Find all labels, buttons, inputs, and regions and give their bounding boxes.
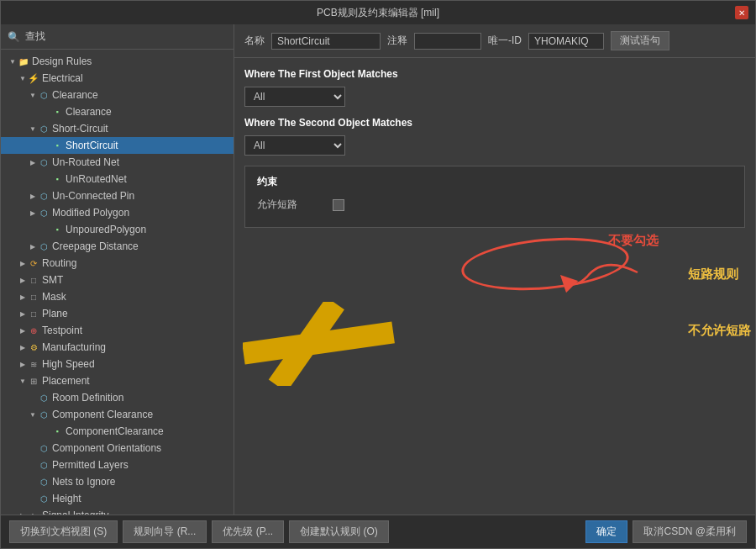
mask-icon: □	[28, 291, 39, 303]
tree-label: UnRoutedNet	[66, 173, 127, 185]
tree-label: Component Clearance	[52, 409, 153, 420]
arrow-icon: ▶	[18, 275, 28, 285]
arrow-icon: ▶	[18, 325, 28, 335]
tree-container: ▼ 📁 Design Rules ▼ ⚡ Electrical ▼ ⬡ Clea…	[1, 50, 234, 515]
rule-icon: ⬡	[38, 207, 50, 219]
tree-item-design-rules[interactable]: ▼ 📁 Design Rules	[1, 53, 234, 70]
tree-item-unrouted[interactable]: ▶ ⬡ Un-Routed Net	[1, 154, 234, 171]
tree-item-component-orientations[interactable]: ▶ ⬡ Component Orientations	[1, 440, 234, 457]
arrow-icon: ▼	[28, 90, 38, 100]
tree-item-componentclearance[interactable]: ▶ ▪ ComponentClearance	[1, 423, 234, 440]
tree-item-routing[interactable]: ▶ ⟳ Routing	[1, 255, 234, 272]
tree-item-unroutednet[interactable]: ▶ ▪ UnRoutedNet	[1, 171, 234, 187]
tree-label: Clearance	[52, 89, 98, 101]
tree-item-nets-to-ignore[interactable]: ▶ ⬡ Nets to Ignore	[1, 473, 234, 490]
annotation-no-check: 不要勾选	[608, 233, 659, 249]
tree-item-component-clearance-group[interactable]: ▼ ⬡ Component Clearance	[1, 406, 234, 423]
tree-item-unpouredpolygon[interactable]: ▶ ▪ UnpouredPolygon	[1, 221, 234, 238]
tree-item-testpoint[interactable]: ▶ ⊕ Testpoint	[1, 322, 234, 339]
arrow-icon: ▼	[8, 56, 18, 66]
annotation-short-rule: 短路规则	[688, 267, 738, 282]
tree-label: Plane	[42, 308, 68, 319]
tree-item-high-speed[interactable]: ▶ ≋ High Speed	[1, 356, 234, 372]
tree-item-clearance-group[interactable]: ▼ ⬡ Clearance	[1, 87, 234, 103]
tree-label: Un-Routed Net	[52, 156, 119, 168]
second-match-select[interactable]: All	[244, 135, 345, 156]
tree-label: Room Definition	[52, 392, 123, 404]
test-button[interactable]: 测试语句	[611, 31, 669, 50]
rule-icon: ⬡	[38, 493, 50, 504]
tree-label: Creepage Distance	[52, 240, 139, 252]
placement-icon: ⊞	[28, 375, 39, 387]
close-button[interactable]: ✕	[735, 6, 748, 19]
tree-item-manufacturing[interactable]: ▶ ⚙ Manufacturing	[1, 339, 234, 356]
doc-view-button[interactable]: 切换到文档视图 (S)	[9, 520, 118, 543]
bottom-bar: 切换到文档视图 (S) 规则向导 (R... 优先级 (P... 创建默认规则 …	[1, 515, 755, 548]
tree-item-permitted-layers[interactable]: ▶ ⬡ Permitted Layers	[1, 457, 234, 473]
second-dropdown-row: All	[244, 135, 745, 156]
no-short-graphic	[243, 302, 428, 386]
arrow-icon: ▼	[18, 376, 28, 386]
rule-icon: ⬡	[38, 89, 50, 101]
search-label: 查找	[25, 29, 45, 44]
rule-icon: ⬡	[38, 409, 50, 420]
tree-item-shortcircuit-group[interactable]: ▼ ⬡ Short-Circuit	[1, 120, 234, 137]
tree-item-creepage[interactable]: ▶ ⬡ Creepage Distance	[1, 238, 234, 255]
tree-label: Design Rules	[32, 55, 92, 67]
tree-label: Nets to Ignore	[52, 476, 115, 488]
tree-item-plane[interactable]: ▶ □ Plane	[1, 305, 234, 322]
tree-label: ShortCircuit	[66, 140, 118, 151]
search-bar: 🔍 查找	[1, 24, 234, 50]
confirm-button[interactable]: 确定	[585, 520, 627, 543]
mfg-icon: ⚙	[28, 341, 39, 353]
tree-label: Manufacturing	[42, 341, 106, 353]
main-window: PCB规则及约束编辑器 [mil] ✕ 🔍 查找 ▼ 📁 Design Rule…	[0, 0, 756, 549]
arrow-icon: ▼	[18, 73, 28, 83]
constraint-row: 允许短路	[257, 198, 732, 212]
tree-item-unconnected[interactable]: ▶ ⬡ Un-Connected Pin	[1, 187, 234, 204]
rule-icon: ⬡	[38, 240, 50, 252]
tree-label: Permitted Layers	[52, 459, 129, 471]
first-match-select[interactable]: All	[244, 87, 345, 107]
main-content: 🔍 查找 ▼ 📁 Design Rules ▼ ⚡ Electrical	[1, 24, 755, 515]
tree-item-smt[interactable]: ▶ □ SMT	[1, 272, 234, 288]
cancel-button[interactable]: 取消CSDN @柔用利	[633, 520, 747, 543]
rule-note-input[interactable]	[414, 33, 481, 50]
rule-name-input[interactable]	[271, 33, 381, 50]
priority-button[interactable]: 优先级 (P...	[212, 520, 284, 543]
allow-short-checkbox[interactable]	[333, 199, 344, 211]
red-arrow	[436, 230, 671, 298]
name-label: 名称	[244, 34, 265, 48]
test-icon: ⊕	[28, 325, 39, 336]
rule-sub-icon: ▪	[51, 173, 63, 185]
tree-item-mask[interactable]: ▶ □ Mask	[1, 288, 234, 305]
tree-item-signal-integrity[interactable]: ▶ ∿ Signal Integrity	[1, 507, 234, 515]
rule-wizard-button[interactable]: 规则向导 (R...	[123, 520, 207, 543]
arrow-icon: ▶	[18, 258, 28, 268]
tree-item-clearance[interactable]: ▶ ▪ Clearance	[1, 103, 234, 120]
constraint-title: 约束	[257, 175, 732, 189]
search-input[interactable]	[50, 31, 227, 43]
second-match-title: Where The Second Object Matches	[244, 117, 745, 129]
rule-icon: ⬡	[38, 459, 50, 471]
arrow-icon: ▶	[18, 292, 28, 302]
tree-item-shortcircuit[interactable]: ▶ ▪ ShortCircuit	[1, 137, 234, 154]
allow-short-label: 允许短路	[257, 198, 324, 212]
plane-icon: □	[28, 308, 39, 319]
rule-icon: ⬡	[38, 392, 50, 404]
rule-icon: ⬡	[38, 476, 50, 488]
tree-label: Clearance	[66, 106, 112, 118]
tree-item-room-definition[interactable]: ▶ ⬡ Room Definition	[1, 389, 234, 406]
tree-item-height[interactable]: ▶ ⬡ Height	[1, 490, 234, 507]
rule-sub-icon: ▪	[51, 224, 63, 235]
tree-item-electrical[interactable]: ▼ ⚡ Electrical	[1, 70, 234, 87]
rule-id-input[interactable]	[528, 33, 604, 50]
rule-icon: ⬡	[38, 190, 50, 202]
tree-item-modified-polygon[interactable]: ▶ ⬡ Modified Polygon	[1, 204, 234, 221]
search-icon: 🔍	[8, 31, 20, 43]
tree-item-placement[interactable]: ▼ ⊞ Placement	[1, 372, 234, 389]
create-default-button[interactable]: 创建默认规则 (O)	[289, 520, 389, 543]
id-label: 唯一-ID	[488, 34, 522, 48]
tree-label: Component Orientations	[52, 442, 161, 454]
arrow-icon: ▼	[28, 409, 38, 420]
